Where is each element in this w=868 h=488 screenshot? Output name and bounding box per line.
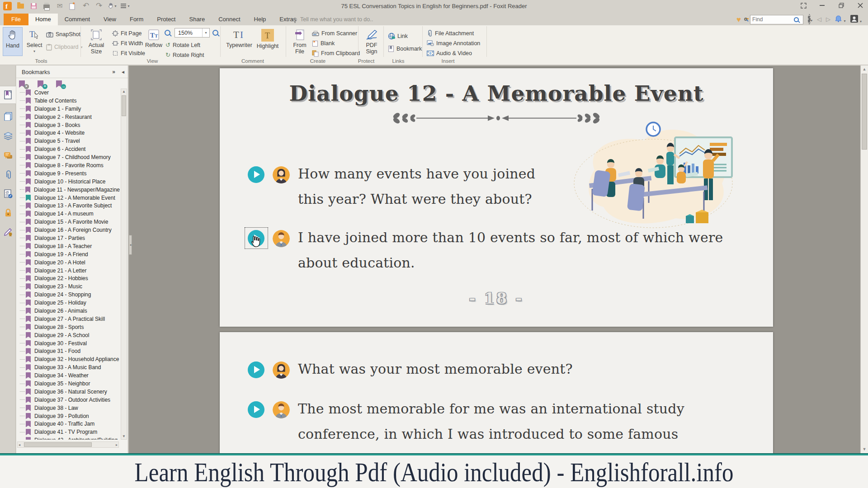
nav-forward-icon[interactable]: ▷ — [826, 16, 830, 23]
bookmark-item[interactable]: Dialogue 37 - Outdoor Activities — [16, 396, 120, 404]
scroll-down-icon[interactable]: ▼ — [121, 434, 127, 439]
snapshot-button[interactable]: SnapShot — [46, 30, 80, 39]
settings-gear-icon[interactable]: ▾ — [808, 15, 812, 23]
bookmark-item[interactable]: Dialogue 41 - TV Program — [16, 428, 120, 436]
bookmark-item[interactable]: Dialogue 32 - Household Appliance — [16, 355, 120, 363]
actual-size-button[interactable]: Actual Size — [85, 27, 108, 56]
bookmark-item[interactable]: Dialogue 8 - Favorite Rooms — [16, 161, 120, 169]
bookmark-item[interactable]: Dialogue 23 - Music — [16, 282, 120, 291]
undo-icon[interactable]: ↶ — [81, 1, 90, 10]
bookmark-item[interactable]: Dialogue 36 - Natural Scenery — [16, 388, 120, 396]
hand-tool-button[interactable]: Hand — [3, 27, 23, 56]
scroll-right-icon[interactable]: ▸ — [116, 442, 118, 448]
digital-signatures-panel-icon[interactable]: @ — [0, 185, 16, 203]
fit-page-button[interactable]: Fit Page — [112, 29, 142, 38]
nav-back-icon[interactable]: ◁ — [817, 16, 821, 23]
bookmark-item[interactable]: Dialogue 21 - A Letter — [16, 267, 120, 275]
from-file-button[interactable]: From File — [290, 27, 309, 56]
bookmark-item[interactable]: Dialogue 33 - A Music Band — [16, 363, 120, 371]
bookmark-item[interactable]: Dialogue 20 - A Hotel — [16, 258, 120, 267]
document-scrollbar[interactable]: ▲ ▼ — [860, 66, 868, 453]
bookmark-item[interactable]: Dialogue 26 - Animals — [16, 307, 120, 315]
tab-home[interactable]: Home — [28, 14, 58, 25]
audio-play-button[interactable] — [248, 401, 264, 418]
bookmark-item[interactable]: Dialogue 27 - A Practical Skill — [16, 315, 120, 323]
doc-scroll-down-icon[interactable]: ▼ — [861, 446, 868, 453]
favorites-heart-icon[interactable]: ♥ — [736, 16, 741, 23]
redo-icon[interactable]: ↷ — [94, 1, 104, 10]
bookmark-item[interactable]: Dialogue 14 - A museum — [16, 210, 120, 218]
audio-play-button[interactable] — [248, 166, 264, 183]
find-input[interactable] — [752, 16, 794, 23]
bookmark-item[interactable]: Dialogue 34 - Weather — [16, 371, 120, 380]
from-scanner-button[interactable]: From Scanner — [312, 29, 357, 38]
security-panel-icon[interactable] — [0, 204, 16, 222]
layers-panel-icon[interactable] — [0, 127, 16, 145]
print-icon[interactable] — [42, 1, 51, 10]
scroll-left-icon[interactable]: ◂ — [19, 442, 20, 448]
bookmark-item[interactable]: Dialogue 11 - Newspaper/Magazine — [16, 186, 120, 194]
fullscreen-icon[interactable] — [797, 1, 809, 10]
close-icon[interactable] — [854, 1, 866, 10]
bookmark-item[interactable]: Dialogue 39 - Pollution — [16, 412, 120, 420]
zoom-dropdown-icon[interactable]: ▾ — [202, 28, 209, 37]
fit-width-button[interactable]: Fit Width — [112, 39, 143, 48]
bookmark-item[interactable]: Cover — [16, 89, 120, 97]
bookmark-item[interactable]: Dialogue 15 - A Favorite Movie — [16, 218, 120, 226]
bookmark-item[interactable]: Dialogue 1 - Family — [16, 105, 120, 113]
new-document-icon[interactable]: * — [68, 1, 77, 10]
tab-protect[interactable]: Protect — [150, 14, 182, 25]
comments-panel-icon[interactable] — [0, 147, 16, 165]
restore-icon[interactable] — [835, 1, 847, 10]
bookmark-item[interactable]: Dialogue 42 - Architecture/Building — [16, 436, 120, 440]
clipboard-button[interactable]: Clipboard ▾ — [46, 42, 83, 52]
bookmark-item[interactable]: Dialogue 25 - Holiday — [16, 299, 120, 307]
bookmark-item[interactable]: Dialogue 31 - Food — [16, 347, 120, 356]
link-button[interactable]: Link — [388, 32, 408, 41]
hand-quick-tool-icon[interactable]: ▾ — [108, 1, 117, 10]
bookmark-item[interactable]: Dialogue 35 - Neighbor — [16, 380, 120, 388]
tab-share[interactable]: Share — [182, 14, 212, 25]
tab-connect[interactable]: Connect — [212, 14, 247, 25]
bookmark-item[interactable]: Dialogue 19 - A Friend — [16, 250, 120, 258]
bookmark-item[interactable]: Table of Contents — [16, 97, 120, 105]
save-icon[interactable] — [29, 1, 38, 10]
typewriter-button[interactable]: TI Typewriter — [225, 27, 253, 56]
customize-toolbar-icon[interactable]: ▾ — [121, 1, 130, 10]
reflow-button[interactable]: TT Reflow — [144, 27, 164, 56]
from-clipboard-button[interactable]: From Clipboard — [312, 49, 360, 58]
doc-scroll-up-icon[interactable]: ▲ — [861, 66, 868, 73]
bookmark-item[interactable]: Dialogue 13 - A Favorite Subject — [16, 202, 120, 210]
bookmark-item[interactable]: Dialogue 10 - Historical Place — [16, 178, 120, 186]
bookmark-item[interactable]: Dialogue 38 - Law — [16, 404, 120, 412]
tab-file[interactable]: File — [4, 14, 28, 25]
bookmark-item[interactable]: Dialogue 3 - Books — [16, 121, 120, 129]
audio-video-button[interactable]: Audio & Video — [427, 49, 472, 58]
tab-form[interactable]: Form — [123, 14, 150, 25]
rotate-left-button[interactable]: ↺ Rotate Left — [165, 41, 200, 50]
tab-help[interactable]: Help — [247, 14, 273, 25]
audio-play-button[interactable] — [248, 361, 264, 378]
bookmark-item[interactable]: Dialogue 30 - Festival — [16, 339, 120, 347]
bookmark-item[interactable]: Dialogue 9 - Presents — [16, 169, 120, 178]
open-file-icon[interactable] — [16, 1, 25, 10]
pages-panel-icon[interactable] — [0, 107, 16, 125]
bookmark-item[interactable]: Dialogue 40 - Traffic Jam — [16, 420, 120, 428]
tell-me-search[interactable]: Tell me what you want to do.. — [293, 14, 373, 25]
zoom-out-icon[interactable] — [165, 30, 170, 36]
find-search-icon[interactable] — [794, 17, 799, 22]
bookmark-item[interactable]: Dialogue 5 - Travel — [16, 137, 120, 145]
highlight-button[interactable]: T Highlight — [255, 27, 280, 56]
minimize-icon[interactable] — [816, 1, 828, 10]
bookmark-item[interactable]: Dialogue 2 - Restaurant — [16, 113, 120, 121]
bookmark-item[interactable]: Dialogue 24 - Shopping — [16, 291, 120, 299]
notifications-bell-icon[interactable]: ▾ — [835, 15, 845, 24]
foxit-logo-icon[interactable]: f — [3, 1, 12, 10]
bookmark-item[interactable]: Dialogue 6 - Accident — [16, 145, 120, 153]
tab-comment[interactable]: Comment — [58, 14, 97, 25]
bookmark-item[interactable]: Dialogue 16 - A Foreign Country — [16, 226, 120, 234]
bookmark-item[interactable]: Dialogue 29 - A School — [16, 331, 120, 339]
scroll-up-icon[interactable]: ▲ — [121, 89, 127, 94]
attachments-panel-icon[interactable] — [0, 166, 16, 184]
bookmark-item[interactable]: Dialogue 4 - Website — [16, 129, 120, 137]
